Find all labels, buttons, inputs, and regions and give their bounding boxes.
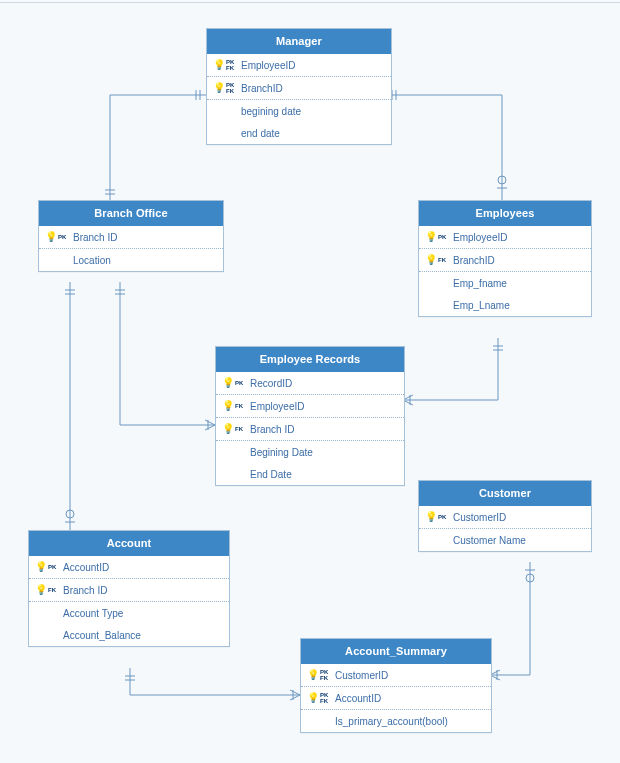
key-icon: 💡PK: [425, 232, 451, 242]
key-icon: 💡PKFK: [307, 669, 333, 681]
entity-title: Branch Office: [39, 201, 223, 226]
key-icon: 💡PK: [425, 512, 451, 522]
svg-point-2: [526, 574, 534, 582]
key-icon: 💡PKFK: [213, 82, 239, 94]
key-icon: 💡PKFK: [307, 692, 333, 704]
entity-title: Manager: [207, 29, 391, 54]
key-icon: 💡FK: [425, 255, 451, 265]
key-icon: 💡PK: [35, 562, 61, 572]
entity-employees[interactable]: Employees 💡PK EmployeeID 💡FK BranchID Em…: [418, 200, 592, 317]
svg-point-0: [498, 176, 506, 184]
key-icon: 💡FK: [222, 424, 248, 434]
entity-title: Employee Records: [216, 347, 404, 372]
key-icon: 💡FK: [35, 585, 61, 595]
entity-title: Account: [29, 531, 229, 556]
entity-title: Employees: [419, 201, 591, 226]
attribute-row: Location: [39, 249, 223, 271]
attribute-row: Account_Balance: [29, 624, 229, 646]
attribute-row: Begining Date: [216, 441, 404, 463]
attribute-row: 💡FK Branch ID: [216, 418, 404, 441]
key-icon: 💡FK: [222, 401, 248, 411]
attribute-row: 💡PKFK EmployeeID: [207, 54, 391, 77]
attribute-row: 💡PKFK BranchID: [207, 77, 391, 100]
key-icon: 💡PK: [45, 232, 71, 242]
attribute-row: Is_primary_account(bool): [301, 710, 491, 732]
attribute-row: 💡PK CustomerID: [419, 506, 591, 529]
entity-title: Customer: [419, 481, 591, 506]
attribute-row: Customer Name: [419, 529, 591, 551]
attribute-row: 💡PKFK AccountID: [301, 687, 491, 710]
attribute-row: end date: [207, 122, 391, 144]
er-diagram-canvas: Manager 💡PKFK EmployeeID 💡PKFK BranchID …: [0, 0, 620, 763]
key-icon: 💡PKFK: [213, 59, 239, 71]
attribute-row: Emp_Lname: [419, 294, 591, 316]
attribute-row: 💡FK EmployeeID: [216, 395, 404, 418]
page-divider: [0, 2, 620, 3]
entity-branch-office[interactable]: Branch Office 💡PK Branch ID Location: [38, 200, 224, 272]
attribute-row: 💡PK EmployeeID: [419, 226, 591, 249]
entity-account-summary[interactable]: Account_Summary 💡PKFK CustomerID 💡PKFK A…: [300, 638, 492, 733]
attribute-row: 💡PK RecordID: [216, 372, 404, 395]
attribute-row: 💡PKFK CustomerID: [301, 664, 491, 687]
attribute-row: Account Type: [29, 602, 229, 624]
entity-customer[interactable]: Customer 💡PK CustomerID Customer Name: [418, 480, 592, 552]
key-icon: 💡PK: [222, 378, 248, 388]
attribute-row: 💡PK Branch ID: [39, 226, 223, 249]
entity-title: Account_Summary: [301, 639, 491, 664]
attribute-row: begining date: [207, 100, 391, 122]
entity-employee-records[interactable]: Employee Records 💡PK RecordID 💡FK Employ…: [215, 346, 405, 486]
attribute-row: End Date: [216, 463, 404, 485]
entity-manager[interactable]: Manager 💡PKFK EmployeeID 💡PKFK BranchID …: [206, 28, 392, 145]
svg-point-1: [66, 510, 74, 518]
attribute-row: 💡FK Branch ID: [29, 579, 229, 602]
attribute-row: 💡PK AccountID: [29, 556, 229, 579]
entity-account[interactable]: Account 💡PK AccountID 💡FK Branch ID Acco…: [28, 530, 230, 647]
attribute-row: Emp_fname: [419, 272, 591, 294]
attribute-row: 💡FK BranchID: [419, 249, 591, 272]
